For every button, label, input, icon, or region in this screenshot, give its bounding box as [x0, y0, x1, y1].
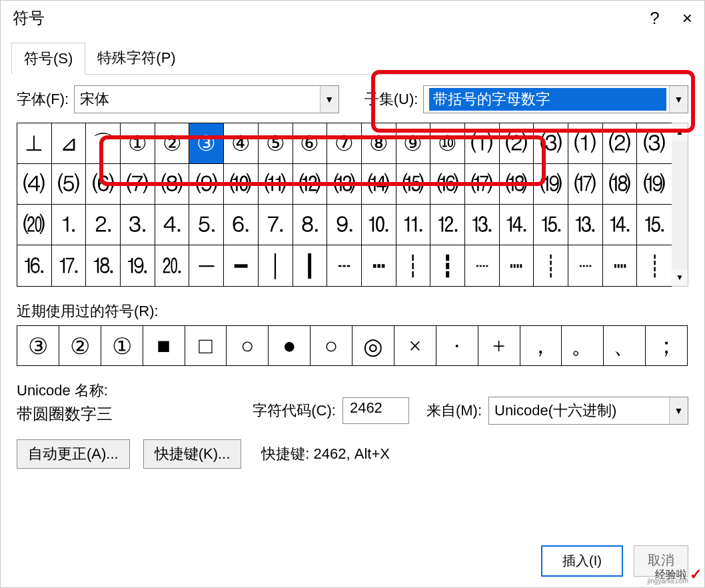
grid-cell[interactable]: ⒉: [86, 205, 121, 245]
grid-cell[interactable]: ⑿: [293, 164, 328, 205]
grid-cell[interactable]: ①: [121, 123, 155, 164]
grid-cell[interactable]: ⒍: [224, 205, 259, 245]
grid-cell[interactable]: ┃: [293, 245, 328, 286]
grid-cell[interactable]: ⒄: [568, 164, 603, 205]
grid-cell[interactable]: ⑹: [86, 164, 121, 205]
grid-cell[interactable]: ┄: [327, 245, 362, 286]
grid-cell[interactable]: ⑦: [327, 123, 362, 164]
grid-cell[interactable]: ⑥: [293, 123, 328, 164]
grid-cell[interactable]: ━: [224, 245, 259, 286]
grid-cell[interactable]: ┇: [430, 245, 465, 286]
grid-cell[interactable]: ┉: [500, 245, 534, 286]
grid-cell[interactable]: ⑨: [396, 123, 431, 164]
grid-cell[interactable]: ┊: [534, 245, 568, 286]
tab-special-chars[interactable]: 特殊字符(P): [85, 43, 187, 75]
grid-cell[interactable]: ③: [189, 123, 224, 164]
recent-cell[interactable]: ×: [394, 326, 436, 365]
grid-cell[interactable]: ⒅: [603, 164, 638, 205]
grid-cell[interactable]: ⒔: [465, 205, 500, 245]
shortcut-key-button[interactable]: 快捷键(K)...: [143, 439, 242, 469]
recent-cell[interactable]: □: [185, 326, 227, 365]
subset-select[interactable]: 带括号的字母数字 ▼: [423, 85, 688, 113]
recent-cell[interactable]: ，: [520, 326, 562, 365]
grid-cell[interactable]: ┅: [362, 245, 396, 286]
grid-cell[interactable]: ⒀: [327, 164, 362, 205]
insert-button[interactable]: 插入(I): [541, 545, 623, 577]
grid-cell[interactable]: ⒐: [327, 205, 362, 245]
scroll-down-icon[interactable]: ▼: [672, 269, 688, 286]
recent-cell[interactable]: +: [478, 326, 520, 365]
grid-cell[interactable]: ⑴: [568, 123, 603, 164]
grid-cell[interactable]: ⒔: [568, 205, 603, 245]
grid-cell[interactable]: ┆: [396, 245, 431, 286]
grid-cell[interactable]: ⑩: [430, 123, 465, 164]
grid-cell[interactable]: ⑶: [637, 123, 672, 164]
grid-cell[interactable]: ─: [189, 245, 224, 286]
grid-cell[interactable]: ⑴: [465, 123, 500, 164]
from-select[interactable]: Unicode(十六进制) ▼: [488, 397, 688, 425]
recent-cell[interactable]: 。: [562, 326, 604, 365]
grid-cell[interactable]: ⑷: [17, 164, 52, 205]
grid-cell[interactable]: ⑧: [362, 123, 396, 164]
grid-cell[interactable]: ⒛: [155, 245, 190, 286]
grid-cell[interactable]: ⒋: [155, 205, 190, 245]
grid-cell[interactable]: ┊: [637, 245, 672, 286]
grid-cell[interactable]: ⒈: [52, 205, 87, 245]
recent-cell[interactable]: ；: [646, 326, 687, 365]
font-select[interactable]: 宋体 ▼: [74, 85, 339, 113]
grid-cell[interactable]: ⒃: [430, 164, 465, 205]
autocorrect-button[interactable]: 自动更正(A)...: [17, 439, 130, 469]
grid-cell[interactable]: ⑤: [259, 123, 293, 164]
help-icon[interactable]: ?: [650, 8, 659, 29]
recent-cell[interactable]: ●: [269, 326, 311, 365]
recent-cell[interactable]: ②: [59, 326, 101, 365]
recent-cell[interactable]: ○: [311, 326, 352, 365]
grid-cell[interactable]: ④: [224, 123, 259, 164]
grid-cell[interactable]: ⒄: [465, 164, 500, 205]
grid-cell[interactable]: ⑼: [189, 164, 224, 205]
grid-cell[interactable]: │: [259, 245, 293, 286]
grid-cell[interactable]: ⒕: [500, 205, 534, 245]
recent-cell[interactable]: ①: [101, 326, 143, 365]
grid-cell[interactable]: ⒅: [500, 164, 534, 205]
grid-cell[interactable]: ⒊: [121, 205, 155, 245]
close-icon[interactable]: ×: [682, 8, 692, 29]
grid-cell[interactable]: ⒘: [52, 245, 87, 286]
grid-cell[interactable]: ⑽: [224, 164, 259, 205]
grid-cell[interactable]: ⑺: [121, 164, 155, 205]
grid-cell[interactable]: ⊥: [17, 123, 52, 164]
grid-cell[interactable]: ⑾: [259, 164, 293, 205]
recent-cell[interactable]: ③: [17, 326, 59, 365]
grid-cell[interactable]: ⒓: [430, 205, 465, 245]
grid-cell[interactable]: ⒁: [362, 164, 396, 205]
grid-cell[interactable]: ⑵: [603, 123, 638, 164]
grid-cell[interactable]: ⒕: [603, 205, 638, 245]
grid-cell[interactable]: ⊿: [52, 123, 87, 164]
grid-cell[interactable]: ⒌: [189, 205, 224, 245]
grid-cell[interactable]: ⑵: [500, 123, 534, 164]
grid-cell[interactable]: ┈: [568, 245, 603, 286]
grid-scrollbar[interactable]: ▲ ▼: [672, 123, 688, 287]
grid-cell[interactable]: ⑶: [534, 123, 568, 164]
scroll-track[interactable]: [672, 141, 688, 269]
charcode-input[interactable]: 2462: [343, 397, 409, 424]
grid-cell[interactable]: ⑸: [52, 164, 87, 205]
recent-cell[interactable]: ○: [227, 326, 269, 365]
grid-cell[interactable]: ⒆: [637, 164, 672, 205]
grid-cell[interactable]: ⒒: [396, 205, 431, 245]
recent-cell[interactable]: 、: [604, 326, 646, 365]
grid-cell[interactable]: ⒏: [293, 205, 328, 245]
grid-cell[interactable]: ⒂: [396, 164, 431, 205]
grid-cell[interactable]: ⒆: [534, 164, 568, 205]
recent-cell[interactable]: ◎: [352, 326, 394, 365]
grid-cell[interactable]: ⒖: [637, 205, 672, 245]
grid-cell[interactable]: ②: [155, 123, 190, 164]
grid-cell[interactable]: ┈: [465, 245, 500, 286]
grid-cell[interactable]: ⒎: [259, 205, 293, 245]
grid-cell[interactable]: ┉: [603, 245, 638, 286]
grid-cell[interactable]: ⒗: [17, 245, 52, 286]
grid-cell[interactable]: ⒙: [86, 245, 121, 286]
grid-cell[interactable]: ⑻: [155, 164, 190, 205]
grid-cell[interactable]: ⒑: [362, 205, 396, 245]
grid-cell[interactable]: ⒚: [121, 245, 155, 286]
